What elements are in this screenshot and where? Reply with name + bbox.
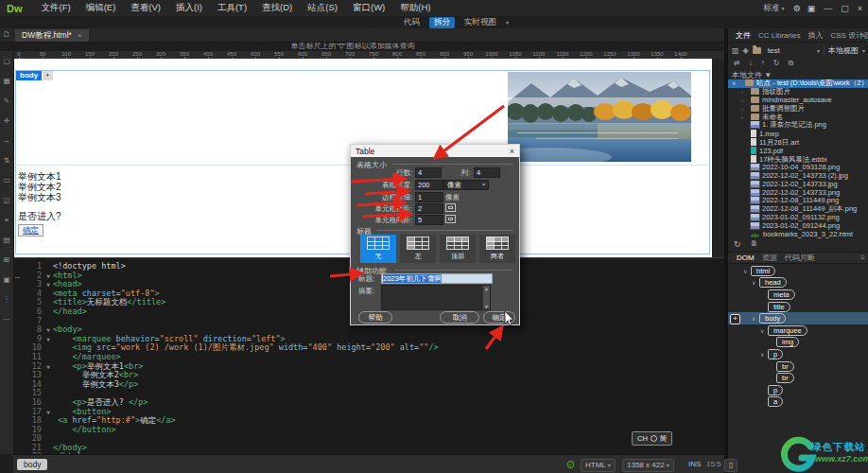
cols-input[interactable]: 4: [474, 167, 500, 178]
dom-node-a[interactable]: a: [728, 396, 868, 409]
header-option-顶部[interactable]: 顶部: [440, 235, 476, 263]
left-tool-icon[interactable]: ⋮: [0, 289, 13, 309]
left-tool-icon[interactable]: ⇅: [0, 150, 13, 170]
workspace-switcher[interactable]: 标准 ▾: [763, 3, 784, 14]
file-row[interactable]: ›未命名: [728, 114, 868, 122]
cancel-button[interactable]: 取消: [440, 311, 479, 324]
expand-arrow-icon[interactable]: ›: [741, 96, 743, 105]
file-row[interactable]: 2022-12-08_111449_副本.png: [728, 205, 868, 214]
header-option-两者[interactable]: 两者: [479, 235, 515, 263]
dom-node-br[interactable]: br: [728, 372, 868, 384]
dom-tag-chip[interactable]: br: [776, 361, 794, 372]
file-row[interactable]: 2022-12-02_143733.jpg: [728, 181, 868, 189]
summary-textarea[interactable]: ▲▼: [381, 285, 491, 310]
expand-arrow-icon[interactable]: ∨: [732, 79, 736, 88]
autumn-lake-image[interactable]: [508, 72, 691, 162]
chevron-down-icon[interactable]: ▾: [862, 47, 865, 54]
left-tool-icon[interactable]: ≡: [0, 210, 13, 230]
server-icon[interactable]: ▥: [732, 46, 739, 55]
refresh-icon[interactable]: ↻: [734, 239, 741, 249]
dom-node-body[interactable]: +∨body: [728, 312, 868, 324]
close-button[interactable]: ×: [858, 4, 862, 13]
menu-插入(I)[interactable]: 插入(I): [168, 2, 210, 14]
expand-arrow-icon[interactable]: ∨: [760, 351, 765, 358]
dom-tag-chip[interactable]: title: [768, 302, 790, 312]
table-width-input[interactable]: 200: [415, 180, 443, 190]
panel-tab-插入[interactable]: 插入: [804, 30, 826, 41]
file-row[interactable]: 2022-12-02_143733.png: [728, 189, 868, 198]
dialog-title-bar[interactable]: Table ×: [351, 145, 519, 157]
left-tool-icon[interactable]: ✎: [0, 91, 13, 111]
dom-node-html[interactable]: ∨html: [728, 265, 868, 277]
left-tool-icon[interactable]: ⊞: [0, 250, 13, 270]
code-line[interactable]: 18 <a href="http:#">确定</a>: [13, 416, 724, 426]
dom-tag-chip[interactable]: a: [768, 396, 783, 407]
fold-arrow-icon[interactable]: ▼: [43, 280, 53, 289]
view-mode-拆分[interactable]: 拆分: [429, 17, 455, 28]
dom-tab-资源[interactable]: 资源: [758, 253, 781, 263]
fold-arrow-icon[interactable]: ▼: [43, 325, 53, 335]
dom-tag-chip[interactable]: meta: [768, 289, 795, 300]
border-thickness-input[interactable]: 1: [415, 192, 443, 202]
expand-arrow-icon[interactable]: ∨: [760, 327, 765, 334]
file-row[interactable]: ›mindmaster_autosave: [728, 96, 868, 105]
file-row[interactable]: 2022-12-02_143733 (2).jpg: [728, 172, 868, 181]
file-action-icon[interactable]: ⇄: [734, 59, 740, 67]
file-row[interactable]: 123.pdf: [728, 147, 868, 155]
dom-tag-chip[interactable]: head: [759, 277, 787, 288]
file-row[interactable]: ›批量调整图片: [728, 105, 868, 114]
chevron-down-icon[interactable]: ▾: [506, 19, 509, 26]
close-icon[interactable]: ×: [78, 31, 82, 40]
left-tool-icon[interactable]: ▢: [0, 51, 13, 71]
dom-tab-DOM[interactable]: DOM: [733, 254, 758, 262]
dom-tag-chip[interactable]: img: [776, 337, 799, 347]
file-action-icon[interactable]: ↻: [773, 59, 780, 67]
header-option-无[interactable]: 无: [360, 235, 396, 263]
file-row[interactable]: 2022-12-08_111449.png: [728, 197, 868, 205]
expand-arrow-icon[interactable]: ›: [741, 114, 743, 122]
left-tool-icon[interactable]: ⋯: [0, 309, 13, 329]
dom-node-img[interactable]: img: [728, 337, 868, 349]
chevron-down-icon[interactable]: ▾: [817, 47, 820, 54]
new-doc-icon[interactable]: 🗋: [3, 30, 10, 39]
site-view-select[interactable]: 本地视图: [824, 45, 859, 56]
code-line[interactable]: 14 举例文本3</p>: [13, 380, 724, 390]
tag-selector-body[interactable]: body: [17, 459, 47, 470]
expand-arrow-icon[interactable]: ∨: [743, 268, 748, 274]
file-row[interactable]: 2023-01-02_091244.png: [728, 222, 868, 231]
site-name-select[interactable]: test: [768, 46, 780, 55]
left-tool-icon[interactable]: ▣: [0, 270, 13, 289]
help-button[interactable]: 帮助: [358, 311, 392, 324]
left-tool-icon[interactable]: ▤: [0, 230, 13, 250]
menu-编辑(E)[interactable]: 编辑(E): [78, 2, 124, 14]
fold-arrow-icon[interactable]: ▼: [43, 272, 53, 281]
site-root-row[interactable]: ∨站点 - test (D:\tools\桌面\work（2）\work(...: [728, 79, 868, 88]
dom-node-br[interactable]: br: [728, 360, 868, 373]
doc-type-select[interactable]: HTML ▾: [581, 459, 616, 472]
fold-arrow-icon[interactable]: ▼: [43, 362, 53, 372]
dom-tag-chip[interactable]: marquee: [768, 325, 807, 336]
cell-padding-input[interactable]: 2: [415, 203, 443, 214]
device-preview-icon[interactable]: ▯: [724, 459, 738, 472]
fold-arrow-icon[interactable]: ▼: [43, 408, 53, 417]
dom-node-marquee[interactable]: ∨marquee: [728, 324, 868, 337]
menu-帮助(H)[interactable]: 帮助(H): [392, 2, 438, 14]
left-tool-icon[interactable]: ▭: [0, 170, 13, 190]
view-mode-代码[interactable]: 代码: [401, 17, 423, 28]
file-row[interactable]: 1. 康奈尔笔记法.png: [728, 121, 868, 130]
file-row[interactable]: 2023-01-02_091132.png: [728, 214, 868, 222]
file-row[interactable]: 11月28日.art: [728, 138, 868, 147]
dom-tag-chip[interactable]: p: [768, 385, 783, 395]
width-unit-select[interactable]: 像素▾: [443, 180, 489, 190]
ok-button[interactable]: 确定: [483, 311, 515, 324]
caption-input[interactable]: 2023年初几下雪啊: [381, 273, 493, 284]
file-row[interactable]: 1.mep: [728, 130, 868, 138]
expand-arrow-icon[interactable]: ›: [741, 105, 743, 114]
rows-input[interactable]: 4: [415, 167, 442, 178]
manage-sites-icon[interactable]: ◈: [743, 46, 749, 55]
file-row[interactable]: ›指纹图片: [728, 88, 868, 96]
dialog-close-icon[interactable]: ×: [510, 147, 514, 156]
header-option-左[interactable]: 左: [400, 235, 436, 263]
expand-arrow-icon[interactable]: ∨: [752, 279, 756, 286]
file-row[interactable]: 2022-10-04_093128.png: [728, 164, 868, 172]
